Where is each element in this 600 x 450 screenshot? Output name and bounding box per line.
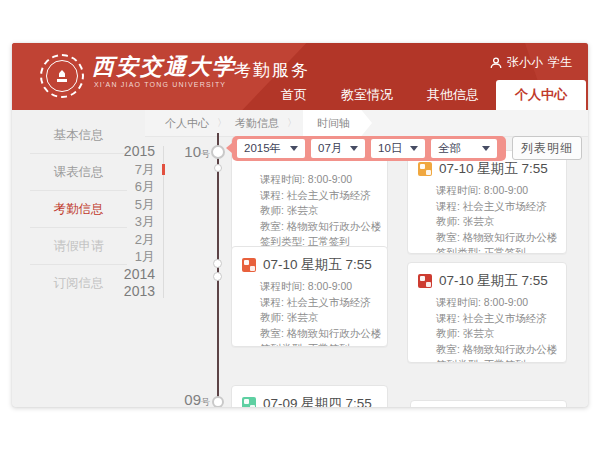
timeline-node-day09-icon[interactable] — [212, 396, 224, 407]
year-dropdown[interactable]: 2015年 — [237, 139, 305, 158]
nav-item-personal-center[interactable]: 个人中心 — [496, 80, 586, 110]
timeline-month-jan[interactable]: 1月 — [92, 248, 155, 266]
timeline-node-small-icon — [213, 272, 222, 281]
attendance-card[interactable]: 07-10 星期五 7:55 课程时间: 8:00-9:00 课程: 社会主义市… — [407, 262, 567, 363]
timeline-year-2015[interactable]: 2015 — [92, 143, 155, 161]
chevron-down-icon — [482, 146, 490, 151]
card-date: 07-10 星期五 7:55 — [439, 160, 548, 178]
type-dropdown[interactable]: 全部 — [431, 139, 497, 158]
timeline-year-2013[interactable]: 2013 — [92, 283, 155, 301]
screenshot-canvas: 西安交通大学 XI'AN JIAO TONG UNIVERSITY 考勤服务 张… — [0, 0, 600, 450]
type-dropdown-value: 全部 — [438, 141, 461, 156]
timeline-day-label-10: 10号 — [170, 143, 210, 161]
card-line-classroom: 教室: 格物致知行政办公楼 — [260, 326, 379, 342]
card-line-teacher: 教师: 张芸京 — [260, 310, 379, 326]
timeline-node-small-icon — [214, 164, 222, 172]
timeline-month-may[interactable]: 5月 — [92, 196, 155, 214]
card-line-teacher: 教师: 张芸京 — [436, 214, 558, 230]
timeline-month-feb[interactable]: 2月 — [92, 231, 155, 249]
attendance-card[interactable]: 07-10 星期五 7:55 课程时间: 8:00-9:00 课程: 社会主义市… — [407, 150, 567, 254]
timeline-month-jun[interactable]: 6月 — [92, 178, 155, 196]
current-month-marker — [162, 164, 165, 175]
service-title: 考勤服务 — [234, 59, 310, 82]
nav-item-home[interactable]: 首页 — [264, 80, 324, 110]
card-header: 07-09 星期四 7:55 — [232, 386, 387, 407]
app-header: 西安交通大学 XI'AN JIAO TONG UNIVERSITY 考勤服务 张… — [12, 43, 588, 110]
day-dropdown[interactable]: 10日 — [371, 139, 425, 158]
attendance-status-badge-icon — [418, 274, 432, 288]
card-line-course: 课程: 社会主义市场经济 — [436, 199, 558, 215]
university-name-cn: 西安交通大学 — [92, 52, 236, 82]
timeline-month-mar[interactable]: 3月 — [92, 213, 155, 231]
card-body: 课程时间: 8:00-9:00 课程: 社会主义市场经济 教师: 张芸京 教室:… — [408, 293, 566, 363]
timeline-day-label-09: 09号 — [170, 391, 210, 407]
card-line-course-time: 课程时间: 8:00-9:00 — [260, 279, 379, 295]
timeline-node-small-icon — [213, 259, 222, 268]
card-line-classroom: 教室: 格物致知行政办公楼 — [260, 219, 379, 235]
card-line-course: 课程: 社会主义市场经济 — [436, 311, 558, 327]
university-logo-icon — [40, 54, 84, 98]
attendance-status-badge-icon — [242, 258, 256, 272]
card-date: 07-10 星期五 7:55 — [439, 272, 548, 290]
card-line-teacher: 教师: 张芸京 — [260, 203, 379, 219]
day-suffix: 号 — [201, 397, 210, 407]
card-body: 课程时间: 8:00-9:00 课程: 社会主义市场经济 教师: 张芸京 教室:… — [232, 277, 387, 347]
month-dropdown[interactable]: 07月 — [311, 139, 365, 158]
timeline-year-2014[interactable]: 2014 — [92, 266, 155, 284]
chevron-down-icon — [410, 146, 418, 151]
day-number: 10 — [184, 143, 201, 160]
university-logo-inner-ring — [46, 60, 78, 92]
university-name-en: XI'AN JIAO TONG UNIVERSITY — [94, 81, 226, 88]
card-line-course-time: 课程时间: 8:00-9:00 — [436, 183, 558, 199]
user-icon — [490, 57, 502, 69]
card-line-classroom: 教室: 格物致知行政办公楼 — [436, 342, 558, 358]
breadcrumb-timeline-current[interactable]: 时间轴 — [303, 110, 372, 137]
user-info[interactable]: 张小小 学生 — [490, 54, 572, 71]
attendance-status-badge-icon — [418, 162, 432, 176]
attendance-card[interactable]: 07-09 星期四 7:55 — [231, 385, 388, 407]
card-header: 07-10 星期五 7:55 — [232, 247, 387, 277]
card-line-signin-type: 签到类型: 正常签到 — [260, 341, 379, 347]
user-role: 学生 — [548, 54, 572, 71]
day-number: 09 — [184, 391, 201, 407]
card-line-course: 课程: 社会主义市场经济 — [260, 295, 379, 311]
card-line-signin-type: 签到类型: 正常签到 — [436, 245, 558, 254]
attendance-status-badge-icon — [242, 397, 256, 407]
breadcrumb-personal-center[interactable]: 个人中心 — [159, 116, 215, 131]
card-line-signin-type: 签到类型: 正常签到 — [436, 357, 558, 363]
breadcrumb-attendance-info[interactable]: 考勤信息 — [229, 116, 285, 131]
card-line-course: 课程: 社会主义市场经济 — [260, 188, 379, 204]
nav-item-other-info[interactable]: 其他信息 — [410, 80, 496, 110]
card-body: 课程时间: 8:00-9:00 课程: 社会主义市场经济 教师: 张芸京 教室:… — [408, 181, 566, 254]
day-dropdown-value: 10日 — [378, 141, 402, 156]
attendance-card[interactable]: 07-10 星期五 7:55 课程时间: 8:00-9:00 课程: 社会主义市… — [231, 246, 388, 347]
timeline-node-day10-icon[interactable] — [211, 145, 225, 159]
breadcrumb-separator-icon: 〉 — [217, 116, 227, 130]
month-dropdown-value: 07月 — [318, 141, 342, 156]
nav-item-classrooms[interactable]: 教室情况 — [324, 80, 410, 110]
list-detail-button[interactable]: 列表明细 — [512, 136, 582, 160]
chevron-down-icon — [350, 146, 358, 151]
card-line-course-time: 课程时间: 8:00-9:00 — [260, 172, 379, 188]
user-name: 张小小 — [507, 54, 543, 71]
card-line-course-time: 课程时间: 8:00-9:00 — [436, 295, 558, 311]
card-line-teacher: 教师: 张芸京 — [436, 326, 558, 342]
day-suffix: 号 — [201, 149, 210, 159]
university-logo-tower — [57, 70, 67, 82]
year-dropdown-value: 2015年 — [244, 141, 281, 156]
app-window: 西安交通大学 XI'AN JIAO TONG UNIVERSITY 考勤服务 张… — [12, 43, 588, 407]
timeline-month-jul[interactable]: 7月 — [92, 161, 155, 179]
breadcrumb-separator-icon: 〉 — [287, 116, 297, 130]
filter-bar: 2015年 07月 10日 全部 — [232, 136, 506, 161]
breadcrumb: 个人中心 〉 考勤信息 〉 时间轴 — [145, 110, 588, 137]
main-nav: 首页 教室情况 其他信息 个人中心 — [264, 80, 586, 110]
card-line-classroom: 教室: 格物致知行政办公楼 — [436, 230, 558, 246]
card-date: 07-09 星期四 7:55 — [263, 395, 372, 407]
timeline-axis-line — [217, 133, 219, 407]
card-header: 07-10 星期五 7:55 — [408, 263, 566, 293]
timeline-month-list: 2015 7月 6月 5月 3月 2月 1月 2014 2013 — [92, 143, 155, 301]
card-date: 07-10 星期五 7:55 — [263, 256, 372, 274]
chevron-down-icon — [290, 146, 298, 151]
attendance-card-clipped[interactable] — [410, 400, 567, 407]
